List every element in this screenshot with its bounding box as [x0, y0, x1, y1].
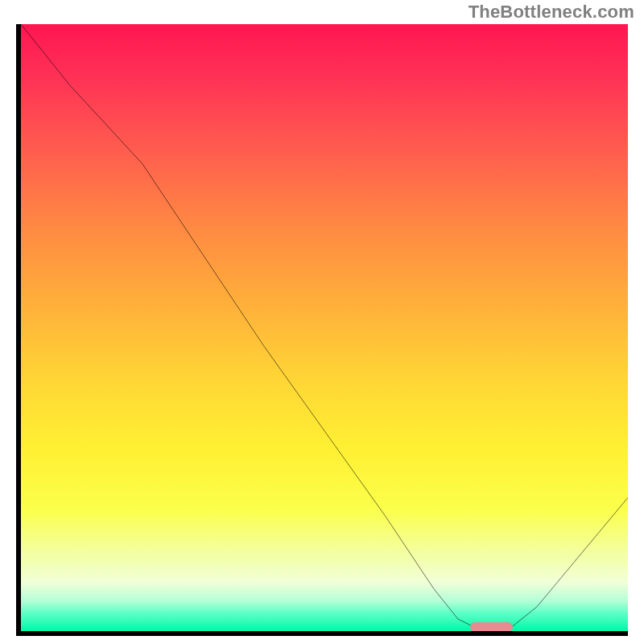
- bottleneck-curve: [21, 24, 628, 631]
- chart-stage: TheBottleneck.com: [0, 0, 644, 644]
- plot-area: [16, 24, 628, 636]
- curve-path: [21, 24, 628, 631]
- optimum-marker: [470, 622, 513, 632]
- watermark-text: TheBottleneck.com: [469, 2, 634, 23]
